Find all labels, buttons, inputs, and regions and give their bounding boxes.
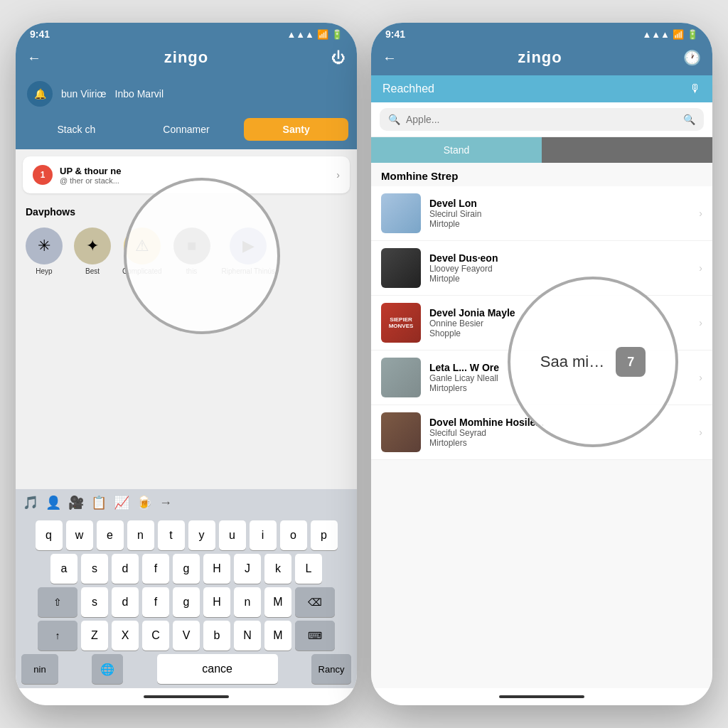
battery-icon: 🔋: [331, 29, 343, 40]
home-bar-right: [499, 695, 584, 698]
section-momhine: Momhine Strep: [371, 163, 712, 186]
key-emoji[interactable]: ⌨: [295, 621, 335, 651]
key-p[interactable]: p: [311, 520, 338, 550]
power-button-left[interactable]: ⏻: [331, 50, 346, 66]
key-w[interactable]: w: [66, 520, 93, 550]
back-button-left[interactable]: ←: [27, 50, 41, 66]
key-n2[interactable]: n: [234, 587, 261, 617]
circle-badge: 7: [616, 347, 646, 377]
key-m2[interactable]: M: [264, 621, 291, 651]
key-c[interactable]: C: [142, 621, 169, 651]
user-name: bun Viiriœ: [61, 88, 107, 100]
key-b[interactable]: b: [203, 621, 230, 651]
key-shift2[interactable]: ↑: [38, 621, 77, 651]
key-m-cap[interactable]: M: [264, 587, 291, 617]
toolbar-misc[interactable]: 🍺: [136, 495, 152, 510]
result-item-1[interactable]: Devel Lon Slecirul Sirain Mirtople ›: [371, 186, 712, 241]
key-u[interactable]: u: [219, 520, 246, 550]
key-rancy[interactable]: Rancy: [311, 654, 351, 684]
key-space[interactable]: cance: [157, 654, 278, 684]
key-g2[interactable]: g: [173, 587, 200, 617]
key-k[interactable]: k: [264, 554, 291, 584]
status-icons-right: ▲▲▲ 📶 🔋: [642, 29, 698, 40]
result-name-2: Devel Dus·eon: [429, 252, 690, 264]
tab-connamer[interactable]: Connamer: [134, 118, 239, 141]
input-toolbar: 🎵 👤 🎥 📋 📈 🍺 →: [16, 489, 357, 516]
toolbar-clipboard[interactable]: 📋: [91, 495, 107, 510]
toolbar-music[interactable]: 🎵: [23, 495, 38, 510]
key-q[interactable]: q: [36, 520, 63, 550]
search-input[interactable]: [406, 114, 678, 125]
notification-badge: 1: [33, 165, 53, 185]
nav-bar-left: ← zingo ⏻: [16, 43, 357, 75]
key-d[interactable]: d: [112, 554, 139, 584]
result-thumb-img-3: SIEPIER MONVES: [381, 303, 421, 343]
result-thumb-2: [381, 248, 421, 288]
search-bar-container: 🔍 🔍: [371, 102, 712, 137]
key-l-cap[interactable]: L: [295, 554, 322, 584]
key-g[interactable]: g: [173, 554, 200, 584]
back-button-right[interactable]: ←: [382, 50, 397, 66]
key-nin[interactable]: nin: [21, 654, 58, 684]
key-s[interactable]: s: [81, 554, 108, 584]
key-d2[interactable]: d: [112, 587, 139, 617]
reach-bar: Reachhed 🎙: [371, 75, 712, 102]
mic-icon[interactable]: 🎙: [690, 82, 701, 95]
key-a[interactable]: a: [50, 554, 77, 584]
left-phone: 9:41 ▲▲▲ 📶 🔋 ← zingo ⏻ 🔔 bun Viiriœ Inbo…: [16, 23, 357, 705]
toolbar-arrow[interactable]: →: [159, 496, 172, 510]
tab-stack[interactable]: Stack ch: [24, 118, 129, 141]
filter-other[interactable]: [542, 137, 712, 163]
filter-row: Stand: [371, 137, 712, 163]
toolbar-video[interactable]: 🎥: [68, 495, 84, 510]
notification-title: UP & thour ne: [60, 166, 329, 176]
search-icon-right[interactable]: 🔍: [683, 114, 695, 125]
result-chevron-5: ›: [699, 427, 702, 438]
key-f[interactable]: f: [142, 554, 169, 584]
user-sub: Inbo Marvil: [115, 88, 164, 100]
key-h2[interactable]: H: [203, 587, 230, 617]
tab-santy[interactable]: Santy: [244, 118, 348, 141]
search-bar: 🔍 🔍: [380, 108, 704, 131]
key-h-cap[interactable]: H: [203, 554, 230, 584]
key-t[interactable]: t: [158, 520, 185, 550]
result-thumb-3: SIEPIER MONVES: [381, 303, 421, 343]
home-indicator-right: [371, 688, 712, 705]
contact-heyp[interactable]: ✳ Heyp: [26, 228, 63, 275]
result-thumb-5: [381, 412, 421, 452]
contact-best[interactable]: ✦ Best: [74, 228, 111, 275]
toolbar-chart[interactable]: 📈: [114, 495, 129, 510]
key-globe[interactable]: 🌐: [92, 654, 123, 684]
key-delete[interactable]: ⌫: [295, 587, 335, 617]
key-n3[interactable]: N: [234, 621, 261, 651]
key-shift[interactable]: ⇧: [38, 587, 77, 617]
key-o[interactable]: o: [280, 520, 307, 550]
key-z[interactable]: Z: [81, 621, 108, 651]
result-thumb-img-4: [381, 358, 421, 397]
result-thumb-img-1: [381, 193, 421, 233]
key-v[interactable]: V: [173, 621, 200, 651]
circle-overlay-left: [124, 178, 280, 334]
wifi-icon: 📶: [317, 29, 328, 40]
contact-name-heyp: Heyp: [36, 267, 52, 275]
right-phone: 9:41 ▲▲▲ 📶 🔋 ← zingo 🕐 Reachhed 🎙 🔍 🔍 St…: [371, 23, 712, 705]
content-area-right: Saa mi… 7 Momhine Strep Devel Lon Slecir…: [371, 163, 712, 688]
home-indicator-left: [16, 688, 357, 705]
result-chevron-1: ›: [699, 208, 702, 219]
timer-button-right[interactable]: 🕐: [683, 49, 701, 66]
toolbar-contact[interactable]: 👤: [46, 495, 61, 510]
key-f2[interactable]: f: [142, 587, 169, 617]
key-y[interactable]: y: [188, 520, 215, 550]
key-e[interactable]: e: [97, 520, 124, 550]
wifi-right: 📶: [673, 29, 684, 40]
key-n[interactable]: n: [127, 520, 154, 550]
result-item-2[interactable]: Devel Dus·eon Lloovey Feayord Mirtople ›: [371, 241, 712, 296]
key-x[interactable]: X: [112, 621, 139, 651]
status-bar-left: 9:41 ▲▲▲ 📶 🔋: [16, 23, 357, 43]
keyboard-row-4: ↑ Z X C V b N M ⌨: [18, 621, 354, 651]
result-chevron-3: ›: [699, 317, 702, 328]
key-i[interactable]: i: [250, 520, 277, 550]
filter-stand[interactable]: Stand: [371, 137, 542, 163]
key-j-cap[interactable]: J: [234, 554, 261, 584]
key-s2[interactable]: s: [81, 587, 108, 617]
